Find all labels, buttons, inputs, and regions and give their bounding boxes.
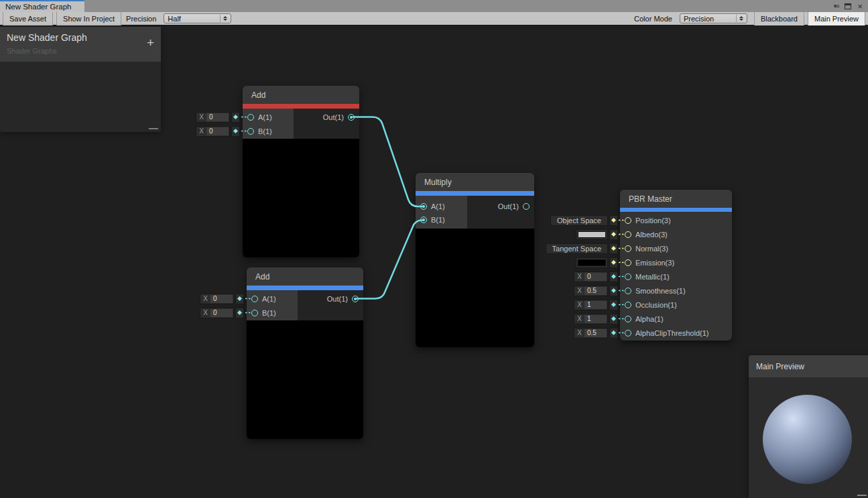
port-Occlusion(1)[interactable]: [625, 302, 631, 308]
color-field[interactable]: [576, 229, 608, 240]
port-connector-stub[interactable]: [609, 271, 618, 282]
port-default-widget: Object Space: [550, 215, 618, 226]
main-preview-body[interactable]: [749, 377, 868, 498]
value-field[interactable]: 0.5: [584, 287, 607, 295]
vector1-input: X 0.5: [574, 286, 608, 296]
port-label: A(1): [262, 295, 276, 303]
port-Smoothness(1)[interactable]: [625, 288, 631, 294]
blackboard-toggle-button[interactable]: Blackboard: [754, 12, 804, 25]
tab-new-shader-graph[interactable]: New Shader Graph: [0, 0, 84, 12]
port-label: Smoothness(1): [635, 287, 686, 295]
blackboard-subtitle: Shader Graphs: [7, 47, 154, 55]
port-Normal(3)[interactable]: [625, 245, 631, 252]
blackboard-resize-handle[interactable]: [149, 128, 158, 129]
port-connector-stub[interactable]: [609, 300, 618, 310]
tab-title: New Shader Graph: [5, 3, 71, 11]
node-preview[interactable]: [243, 139, 359, 257]
vector1-input: X 0: [200, 308, 234, 318]
color-mode-dropdown[interactable]: Precision: [680, 13, 747, 23]
port-label: Out(1): [327, 295, 348, 303]
component-label: X: [200, 295, 210, 302]
port-B(1)[interactable]: [420, 216, 427, 223]
value-field[interactable]: 1: [584, 301, 607, 309]
value-field[interactable]: 1: [584, 315, 607, 323]
node-title: PBR Master: [620, 190, 732, 208]
node-add-top[interactable]: Add A(1)B(1) Out(1): [243, 86, 359, 257]
port-A(1)[interactable]: [247, 114, 254, 121]
dropdown-arrows-icon: [736, 15, 743, 22]
port-connector-stub[interactable]: [231, 126, 240, 137]
node-preview[interactable]: [416, 229, 534, 347]
vector1-input: X 0: [574, 271, 608, 282]
port-B(1)[interactable]: [247, 128, 254, 135]
port-label: B(1): [262, 309, 276, 317]
node-add-bottom[interactable]: Add A(1)B(1) Out(1): [247, 267, 363, 439]
node-title: Add: [243, 86, 359, 104]
node-multiply[interactable]: Multiply A(1)B(1) Out(1): [416, 173, 534, 347]
port-default-widget: X 0: [574, 271, 618, 282]
port-Out(1)[interactable]: [348, 114, 355, 121]
value-field[interactable]: 0: [206, 127, 229, 135]
main-preview-resize-handle[interactable]: [857, 495, 867, 496]
value-field[interactable]: 0: [584, 273, 607, 281]
port-label: B(1): [258, 127, 272, 135]
port-connector-stub[interactable]: [609, 229, 618, 240]
blackboard-panel[interactable]: New Shader Graph Shader Graphs +: [0, 27, 161, 132]
port-Out(1)[interactable]: [523, 203, 530, 210]
port-connector-stub[interactable]: [609, 243, 618, 254]
value-field[interactable]: 0: [210, 309, 233, 317]
port-connector-stub[interactable]: [609, 215, 618, 226]
precision-color-bar: [243, 104, 359, 109]
port-AlphaClipThreshold(1)[interactable]: [625, 330, 631, 336]
value-field[interactable]: 0: [210, 295, 233, 303]
port-Alpha(1)[interactable]: [625, 316, 631, 322]
port-default-widget: X 1: [574, 314, 618, 324]
maximize-icon[interactable]: [845, 3, 851, 9]
port-connector-stub[interactable]: [609, 257, 618, 268]
component-label: X: [196, 113, 206, 121]
port-label: B(1): [431, 216, 445, 224]
port-connector-stub[interactable]: [235, 308, 244, 318]
port-default-widget: X 0: [196, 112, 240, 123]
port-label: A(1): [431, 202, 445, 210]
port-connector-stub[interactable]: [609, 286, 618, 296]
node-pbr-master[interactable]: PBR Master Position(3)Albedo(3)Normal(3)…: [620, 190, 732, 340]
port-connector-stub[interactable]: [609, 328, 618, 338]
port-label: Position(3): [635, 216, 671, 225]
main-preview-header: Main Preview: [749, 355, 868, 377]
space-dropdown[interactable]: Tangent Space: [546, 243, 608, 254]
close-icon[interactable]: ×: [857, 2, 863, 11]
main-preview-toggle-button[interactable]: Main Preview: [808, 12, 865, 25]
show-in-project-button[interactable]: Show In Project: [56, 12, 121, 25]
port-Albedo(3)[interactable]: [625, 231, 631, 238]
space-dropdown[interactable]: Object Space: [550, 215, 608, 226]
add-property-button[interactable]: +: [147, 36, 154, 49]
port-Emission(3)[interactable]: [625, 259, 631, 266]
value-field[interactable]: 0: [206, 113, 229, 121]
node-preview[interactable]: [247, 320, 363, 439]
port-A(1)[interactable]: [420, 203, 427, 210]
port-label: Normal(3): [635, 245, 668, 253]
blackboard-header: New Shader Graph Shader Graphs +: [0, 27, 161, 62]
port-connector-stub[interactable]: [231, 112, 240, 123]
port-A(1)[interactable]: [251, 296, 258, 302]
component-label: X: [574, 273, 584, 280]
port-connector-stub[interactable]: [609, 314, 618, 324]
precision-color-bar: [416, 191, 534, 196]
blackboard-body: [0, 62, 161, 132]
port-default-widget: X 0.5: [574, 286, 618, 296]
port-Out(1)[interactable]: [352, 296, 359, 302]
vector1-input: X 0: [200, 294, 234, 304]
dropdown-arrows-icon: [220, 15, 227, 22]
port-connector-stub[interactable]: [235, 294, 244, 304]
main-preview-panel[interactable]: Main Preview: [749, 355, 868, 498]
port-B(1)[interactable]: [251, 310, 258, 316]
save-asset-button[interactable]: Save Asset: [3, 12, 53, 25]
precision-dropdown[interactable]: Half: [164, 13, 231, 23]
window-menu-icon[interactable]: ▾≡: [834, 3, 839, 9]
precision-dropdown-value: Half: [168, 15, 220, 23]
port-Metallic(1)[interactable]: [625, 273, 631, 280]
color-field[interactable]: [576, 257, 608, 268]
value-field[interactable]: 0.5: [584, 329, 607, 337]
port-Position(3)[interactable]: [625, 217, 631, 224]
